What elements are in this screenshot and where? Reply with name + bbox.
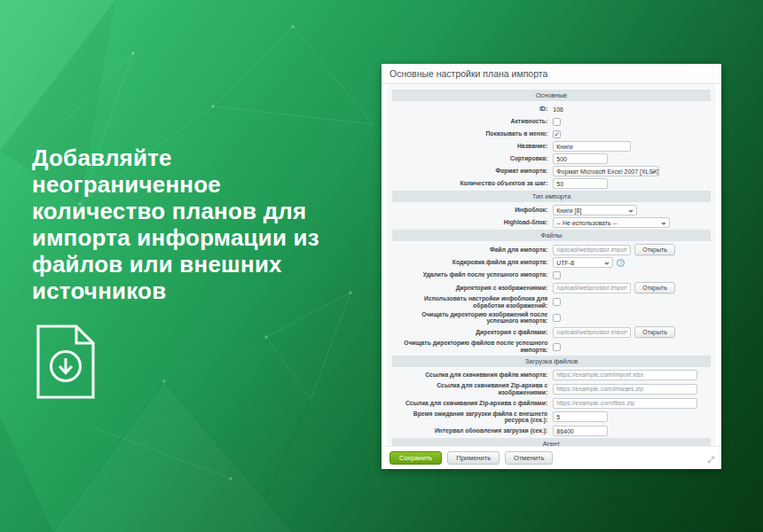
field-row-activity: Активность:	[392, 116, 711, 127]
clear-images-dir-checkbox[interactable]	[553, 314, 561, 322]
section-header-agent: Агент	[392, 438, 711, 446]
field-row-show-in-menu: Показывать в меню: ✓	[392, 129, 711, 139]
field-row-files-dir: Директория с файлами: Открыть	[392, 326, 711, 338]
id-value: 106	[553, 106, 563, 113]
import-file-url-input[interactable]	[553, 370, 697, 380]
select-value: -- Не использовать --	[556, 220, 617, 226]
show-in-menu-checkbox[interactable]: ✓	[553, 130, 561, 138]
resize-handle-icon[interactable]	[707, 456, 715, 464]
import-settings-form: Основные настройки плана импорта Основны…	[382, 64, 721, 469]
iblock-select[interactable]: Книги [8]	[553, 205, 637, 215]
field-row-download-timeout: Время ожидания загрузки файла с внешнего…	[392, 411, 711, 425]
images-zip-url-input[interactable]	[553, 384, 697, 395]
cancel-button[interactable]: Отменить	[505, 451, 553, 465]
field-row-iblock: Инфоблок: Книги [8]	[392, 205, 711, 215]
field-row-delete-file: Удалить файл после успешного импорта:	[392, 270, 711, 280]
field-label: Инфоблок:	[392, 207, 553, 214]
images-dir-open-button[interactable]: Открыть	[634, 282, 675, 293]
field-label: Директория с изображениями:	[392, 285, 553, 292]
field-label: Ссылка для скачивания файла импорта:	[392, 372, 553, 379]
field-label: Активность:	[392, 118, 553, 125]
download-timeout-input[interactable]	[553, 411, 608, 422]
download-document-icon	[35, 325, 96, 399]
field-row-images-zip-url: Ссылка для скачивания Zip-архива с изобр…	[392, 382, 711, 396]
form-body: Основные ID: 106 Активность: Показывать …	[387, 85, 716, 446]
highload-select[interactable]: -- Не использовать --	[553, 217, 670, 228]
field-label: Ссылка для скачивания Zip-архива с файла…	[392, 400, 553, 407]
field-row-clear-images-dir: Очищать директорию изображений после усп…	[392, 311, 711, 325]
section-header-download: Загрузка файлов	[392, 356, 711, 367]
section-header-files: Файлы	[392, 230, 711, 241]
use-iblock-settings-checkbox[interactable]	[553, 298, 561, 306]
name-input[interactable]	[553, 141, 631, 152]
field-row-sort: Сортировка:	[392, 153, 711, 164]
field-label: Highload-блок:	[392, 219, 553, 226]
files-zip-url-input[interactable]	[553, 398, 697, 409]
field-label: Очищать директорию файлов после успешног…	[392, 340, 553, 354]
activity-checkbox[interactable]	[553, 118, 561, 126]
import-file-open-button[interactable]: Открыть	[634, 244, 675, 255]
download-refresh-interval-input[interactable]	[553, 426, 608, 436]
files-dir-open-button[interactable]: Открыть	[634, 326, 675, 338]
field-row-download-interval: Интервал обновления загрузки (сек.):	[392, 426, 711, 436]
field-row-files-zip-url: Ссылка для скачивания Zip-архива с файла…	[392, 398, 711, 409]
field-label: Файл для импорта:	[392, 246, 553, 254]
field-row-images-dir: Директория с изображениями: Открыть	[392, 282, 711, 293]
files-dir-input[interactable]	[553, 327, 631, 338]
form-title: Основные настройки плана импорта	[382, 64, 721, 84]
encoding-select[interactable]: UTF-8	[553, 257, 613, 268]
field-row-import-format: Формат импорта: Формат Microsoft Excel 2…	[392, 166, 711, 176]
field-row-clear-files-dir: Очищать директорию файлов после успешног…	[392, 340, 711, 354]
field-row-highload: Highload-блок: -- Не использовать --	[392, 217, 711, 228]
encoding-help-icon[interactable]: ?	[617, 259, 625, 267]
field-label: Сортировка:	[392, 155, 553, 162]
select-value: Книги [8]	[556, 207, 581, 214]
field-label: Количество объектов за шаг:	[392, 180, 553, 187]
hero-heading: Добавляйте неограниченное количество пла…	[32, 145, 344, 304]
field-row-name: Название:	[392, 141, 711, 152]
apply-button[interactable]: Применить	[447, 451, 499, 465]
import-file-input[interactable]	[553, 245, 631, 255]
field-label: ID:	[392, 106, 553, 113]
field-label: Директория с файлами:	[392, 329, 553, 336]
field-label: Показывать в меню:	[392, 130, 553, 137]
select-value: UTF-8	[556, 260, 574, 266]
field-row-import-file: Файл для импорта: Открыть	[392, 244, 711, 255]
field-row-use-iblock-settings: Использовать настройки инфоблока для обр…	[392, 295, 711, 309]
field-label: Интервал обновления загрузки (сек.):	[392, 427, 553, 434]
section-header-main: Основные	[392, 90, 711, 101]
field-label: Очищать директорию изображений после усп…	[392, 311, 553, 325]
import-format-select[interactable]: Формат Microsoft Excel 2007 [XLSX]	[553, 166, 659, 176]
field-row-encoding: Кодировка файла для импорта: UTF-8 ?	[392, 257, 711, 268]
clear-files-dir-checkbox[interactable]	[553, 343, 561, 351]
field-label: Название:	[392, 143, 553, 150]
promo-stage: Добавляйте неограниченное количество пла…	[0, 0, 763, 532]
field-label: Использовать настройки инфоблока для обр…	[392, 295, 553, 309]
field-row-objects-per-step: Количество объектов за шаг:	[392, 178, 711, 189]
section-header-import-type: Тип импорта	[392, 191, 711, 202]
field-row-import-file-url: Ссылка для скачивания файла импорта:	[392, 370, 711, 380]
objects-per-step-input[interactable]	[553, 178, 608, 189]
images-dir-input[interactable]	[553, 283, 631, 293]
field-label: Кодировка файла для импорта:	[392, 259, 553, 266]
sort-input[interactable]	[553, 153, 608, 164]
form-footer: Сохранить Применить Отменить	[382, 446, 721, 469]
save-button[interactable]: Сохранить	[389, 451, 442, 465]
select-value: Формат Microsoft Excel 2007 [XLSX]	[556, 168, 659, 175]
field-label: Формат импорта:	[392, 168, 553, 175]
delete-file-checkbox[interactable]	[553, 271, 561, 279]
field-label: Удалить файл после успешного импорта:	[392, 271, 553, 278]
field-label: Время ожидания загрузки файла с внешнего…	[392, 411, 553, 425]
field-label: Ссылка для скачивания Zip-архива с изобр…	[392, 382, 553, 396]
field-row-id: ID: 106	[392, 104, 711, 114]
